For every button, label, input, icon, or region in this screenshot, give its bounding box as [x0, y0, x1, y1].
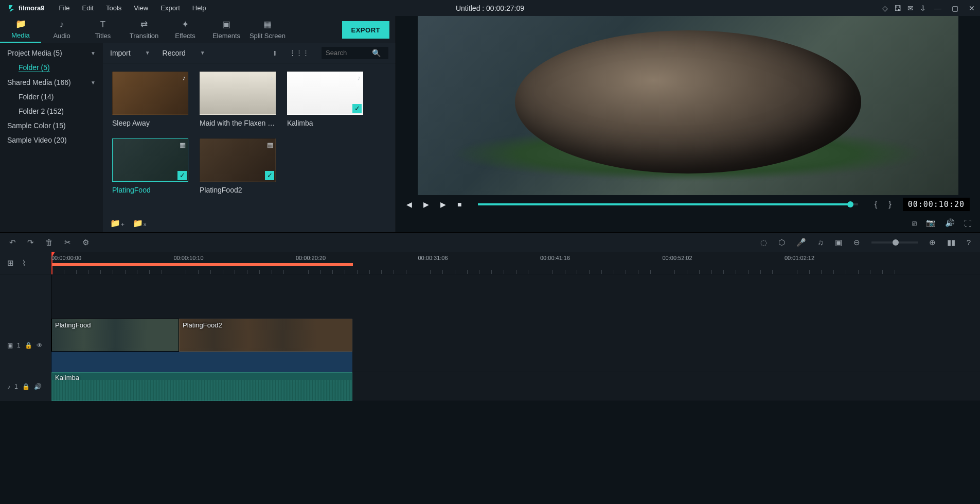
play-forward-button[interactable]: ▶: [440, 200, 446, 208]
video-clip-platingfood[interactable]: PlatingFood: [51, 319, 179, 352]
tab-titles[interactable]: TTitles: [82, 16, 123, 43]
maximize-button[interactable]: ▢: [950, 4, 960, 12]
export-button[interactable]: EXPORT: [342, 21, 389, 39]
zoom-in-button[interactable]: ⊕: [929, 238, 936, 247]
video-track-row[interactable]: PlatingFood PlatingFood2: [51, 319, 980, 372]
sidebar-item-project-media[interactable]: Project Media (5)▼: [0, 46, 103, 60]
preview-pane: ◀ ▶ ▶ ■ { } 00:00:10:20 ⎚ 📷 🔊 ⛶: [396, 16, 980, 232]
message-icon[interactable]: ✉: [907, 4, 914, 12]
media-item[interactable]: ♪Sleep Away: [112, 72, 188, 127]
cut-button[interactable]: ✂: [64, 238, 71, 247]
mark-out-button[interactable]: }: [888, 200, 891, 209]
tab-split-screen[interactable]: ▦Split Screen: [247, 16, 288, 43]
time-ruler[interactable]: 00:00:00:0000:00:10:1000:00:20:2000:00:3…: [51, 252, 980, 274]
fullscreen-icon[interactable]: ⛶: [964, 219, 972, 228]
undo-button[interactable]: ↶: [9, 238, 16, 247]
mute-icon[interactable]: 🔊: [34, 383, 42, 390]
delete-button[interactable]: 🗑: [45, 238, 53, 247]
video-track-header[interactable]: ▣ 1 🔒 👁: [0, 319, 51, 372]
sidebar-item-folder-5[interactable]: Folder (5): [0, 60, 103, 75]
prev-frame-button[interactable]: ◀: [406, 200, 412, 208]
import-dropdown[interactable]: Import▼: [110, 49, 150, 57]
add-track-button[interactable]: ⊞: [7, 258, 14, 268]
magnet-button[interactable]: ⌇: [22, 258, 26, 268]
tab-effects[interactable]: ✦Effects: [165, 16, 206, 43]
lock-icon[interactable]: 🔒: [25, 342, 32, 349]
search-input[interactable]: [326, 49, 372, 57]
video-clip-audio-lane[interactable]: [51, 352, 179, 372]
media-thumbnail[interactable]: ▦✓: [112, 138, 188, 182]
sidebar-item-shared-media[interactable]: Shared Media (166)▼: [0, 75, 103, 90]
play-button[interactable]: ▶: [423, 200, 429, 208]
add-folder-icon[interactable]: 📁₊: [110, 218, 124, 228]
sidebar-item-folder-14[interactable]: Folder (14): [0, 90, 103, 104]
app-logo: filmora9: [3, 4, 49, 13]
media-item[interactable]: ♪Maid with the Flaxen H...: [200, 72, 276, 127]
preview-content: [515, 30, 861, 173]
media-item[interactable]: ▦✓PlatingFood2: [200, 138, 276, 194]
audio-track-header[interactable]: ♪ 1 🔒 🔊: [0, 372, 51, 401]
tab-audio[interactable]: ♪Audio: [41, 16, 82, 43]
sidebar-item-sample-video[interactable]: Sample Video (20): [0, 133, 103, 147]
menu-help[interactable]: Help: [186, 1, 212, 15]
video-clip-audio-lane[interactable]: [179, 352, 352, 372]
adjust-button[interactable]: ⚙: [82, 238, 89, 247]
search-icon[interactable]: 🔍: [372, 49, 381, 57]
progress-knob[interactable]: [847, 201, 853, 207]
zoom-fit-button[interactable]: ▮▮: [947, 238, 955, 247]
menu-tools[interactable]: Tools: [100, 1, 128, 15]
zoom-slider[interactable]: [871, 241, 918, 244]
close-button[interactable]: ✕: [967, 4, 977, 12]
chevron-down-icon: ▼: [200, 50, 205, 56]
volume-icon[interactable]: 🔊: [945, 218, 955, 228]
zoom-knob[interactable]: [893, 239, 899, 246]
media-thumbnail[interactable]: ♪: [200, 72, 276, 115]
audio-mixer-icon[interactable]: ♫: [817, 238, 823, 247]
video-icon: ▦: [267, 141, 273, 149]
render-icon[interactable]: ◌: [760, 238, 767, 247]
voiceover-icon[interactable]: 🎤: [796, 238, 806, 247]
tab-transition[interactable]: ⇄Transition: [123, 16, 165, 43]
progress-bar[interactable]: [478, 203, 858, 205]
mark-in-button[interactable]: {: [875, 200, 877, 209]
menu-export[interactable]: Export: [154, 1, 186, 15]
search-input-wrap[interactable]: 🔍: [322, 47, 388, 59]
crop-icon[interactable]: ▣: [835, 238, 842, 247]
help-icon[interactable]: ?: [967, 238, 971, 247]
mic-icon[interactable]: ⇩: [920, 4, 926, 12]
marker-icon[interactable]: ⬡: [778, 238, 785, 247]
filmora-icon: [7, 4, 16, 13]
ruler-tick: 00:00:10:10: [174, 255, 204, 261]
menu-view[interactable]: View: [128, 1, 154, 15]
minimize-button[interactable]: —: [932, 4, 943, 12]
visibility-icon[interactable]: 👁: [37, 342, 43, 349]
chevron-down-icon: ▼: [91, 50, 96, 56]
quality-icon[interactable]: ⎚: [912, 219, 917, 228]
lock-icon[interactable]: 🔒: [22, 383, 30, 390]
media-item[interactable]: ♪✓Kalimba: [287, 72, 363, 127]
snapshot-icon[interactable]: 📷: [926, 218, 936, 228]
filter-icon[interactable]: ⫿: [273, 49, 277, 57]
tab-elements[interactable]: ▣Elements: [206, 16, 247, 43]
sidebar-item-folder-2-152[interactable]: Folder 2 (152): [0, 104, 103, 118]
grid-view-icon[interactable]: ⋮⋮⋮: [289, 49, 309, 57]
media-item[interactable]: ▦✓PlatingFood: [112, 138, 188, 194]
stop-button[interactable]: ■: [457, 200, 461, 208]
zoom-out-button[interactable]: ⊖: [853, 238, 860, 247]
record-dropdown[interactable]: Record▼: [163, 49, 205, 57]
media-thumbnail[interactable]: ▦✓: [200, 138, 276, 182]
media-thumbnail[interactable]: ♪: [112, 72, 188, 115]
remove-folder-icon[interactable]: 📁ₓ: [133, 218, 147, 228]
tab-media[interactable]: 📁Media: [0, 16, 41, 43]
audio-track-row[interactable]: Kalimba: [51, 372, 980, 401]
media-thumbnail[interactable]: ♪✓: [287, 72, 363, 115]
video-clip-platingfood2[interactable]: PlatingFood2: [179, 319, 352, 352]
save-icon[interactable]: 🖫: [894, 4, 901, 12]
redo-button[interactable]: ↷: [27, 238, 34, 247]
audio-clip-kalimba[interactable]: Kalimba: [51, 372, 352, 401]
menu-edit[interactable]: Edit: [76, 1, 100, 15]
account-icon[interactable]: ◇: [882, 4, 888, 12]
sidebar-item-sample-color[interactable]: Sample Color (15): [0, 118, 103, 133]
preview-viewport[interactable]: [418, 16, 958, 195]
menu-file[interactable]: File: [53, 1, 76, 15]
